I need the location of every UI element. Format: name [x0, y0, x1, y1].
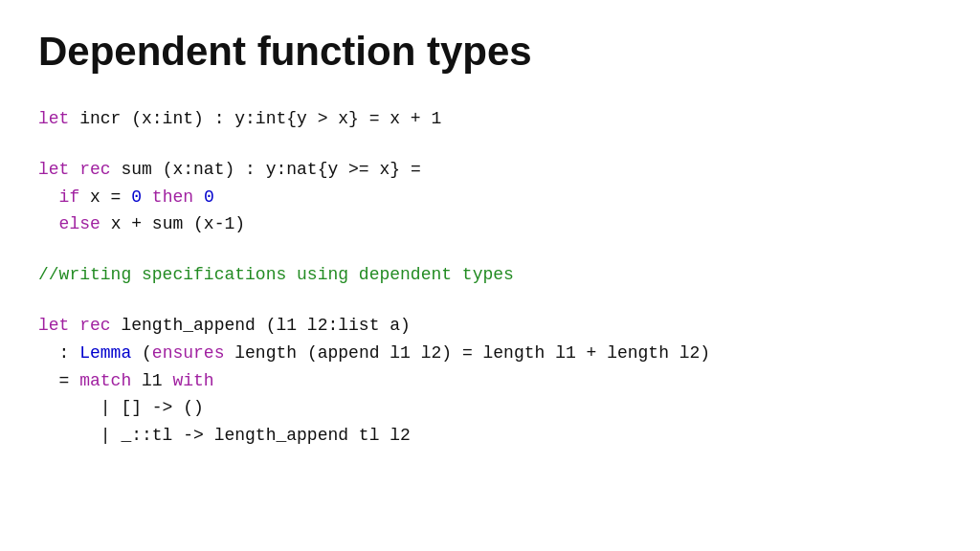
- code-else-body: x + sum (x-1): [100, 214, 245, 233]
- code-incr-body: incr (x:int) : y:int{y > x} = x + 1: [69, 109, 441, 128]
- literal-zero-2: 0: [204, 187, 214, 207]
- code-la-colon: :: [38, 343, 79, 363]
- code-line-la-1: let rec length_append (l1 l2:list a): [38, 312, 942, 340]
- code-line-la-3: = match l1 with: [38, 367, 942, 395]
- keyword-then: then: [152, 187, 193, 207]
- keyword-let-1: let: [38, 109, 69, 128]
- code-la-l1: l1: [131, 371, 172, 390]
- code-line-la-5: | _::tl -> length_append tl l2: [38, 422, 942, 450]
- keyword-let-2: let: [38, 160, 69, 179]
- code-if-cond: x =: [79, 187, 131, 207]
- code-section-length-append: let rec length_append (l1 l2:list a) : L…: [38, 312, 942, 450]
- code-la-ensures-body: length (append l1 l2) = length l1 + leng…: [224, 343, 710, 363]
- code-line-la-4: | [] -> (): [38, 394, 942, 422]
- code-la-paren-open: (: [131, 343, 152, 363]
- keyword-if: if: [59, 187, 80, 207]
- code-la-case1: | [] -> (): [38, 398, 204, 417]
- code-section-incr: let incr (x:int) : y:int{y > x} = x + 1: [38, 105, 942, 133]
- code-la-sig: length_append (l1 l2:list a): [111, 316, 411, 335]
- keyword-lemma: Lemma: [79, 343, 131, 363]
- literal-zero-1: 0: [131, 187, 142, 207]
- keyword-rec-1: rec: [79, 160, 110, 179]
- code-space-4: [69, 316, 79, 335]
- code-line-sum-2: if x = 0 then 0: [38, 184, 942, 211]
- code-space-1: [69, 160, 79, 179]
- code-sum-sig: sum (x:nat) : y:nat{y >= x} =: [111, 160, 421, 179]
- code-indent-2: [38, 214, 59, 233]
- keyword-match: match: [79, 371, 131, 390]
- code-section-sum: let rec sum (x:nat) : y:nat{y >= x} = if…: [38, 156, 942, 238]
- code-comment: //writing specifications using dependent…: [38, 261, 942, 289]
- code-space-3: [193, 187, 204, 207]
- code-la-case2: | _::tl -> length_append tl l2: [38, 426, 411, 445]
- keyword-let-3: let: [38, 316, 69, 335]
- code-line-sum-1: let rec sum (x:nat) : y:nat{y >= x} =: [38, 156, 942, 184]
- code-line-sum-3: else x + sum (x-1): [38, 210, 942, 238]
- code-space-2: [142, 187, 152, 207]
- code-indent-1: [38, 187, 59, 207]
- code-section-comment: //writing specifications using dependent…: [38, 261, 942, 289]
- keyword-with: with: [172, 371, 213, 390]
- code-line-incr: let incr (x:int) : y:int{y > x} = x + 1: [38, 105, 942, 133]
- code-line-la-2: : Lemma (ensures length (append l1 l2) =…: [38, 340, 942, 367]
- keyword-ensures: ensures: [152, 343, 225, 363]
- page-title: Dependent function types: [38, 29, 942, 75]
- keyword-else: else: [59, 214, 100, 233]
- code-la-eq: =: [38, 371, 79, 390]
- keyword-rec-2: rec: [79, 316, 110, 335]
- code-block: let incr (x:int) : y:int{y > x} = x + 1 …: [38, 105, 942, 450]
